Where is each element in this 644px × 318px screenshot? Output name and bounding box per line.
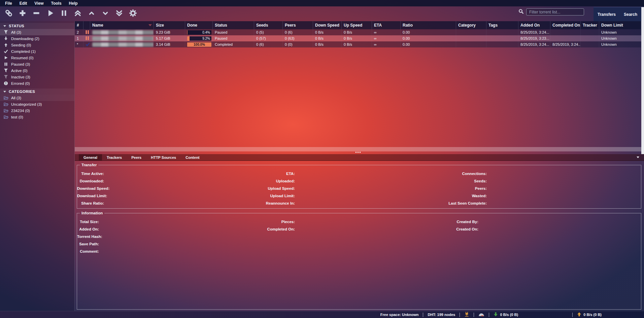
add-torrent-link-button[interactable]: [4, 9, 13, 19]
category-item-uncategorized[interactable]: Uncategorized (3): [0, 101, 74, 107]
tab-search[interactable]: Search: [624, 12, 637, 17]
tab-peers[interactable]: Peers: [127, 154, 146, 161]
tab-transfers[interactable]: Transfers: [598, 12, 616, 17]
col-header-seeds[interactable]: Seeds: [254, 21, 283, 29]
col-header-down-limit[interactable]: Down Limit: [599, 21, 641, 29]
col-header-size[interactable]: Size: [154, 21, 185, 29]
detail-label: Peers:: [295, 186, 487, 190]
col-header-name[interactable]: Name: [90, 21, 154, 29]
alt-speed-gauge-icon[interactable]: [478, 312, 484, 317]
cell-category: [456, 35, 486, 41]
cell-seeds: 0 (5): [254, 29, 283, 35]
detail-label: Seeds:: [295, 179, 487, 183]
add-torrent-button[interactable]: [18, 9, 27, 19]
horizontal-scrollbar[interactable]: [75, 147, 641, 151]
global-upload-speed[interactable]: 0 B/s (0 B): [577, 312, 602, 317]
sidebar-item-all[interactable]: All (3): [0, 29, 74, 35]
menu-help[interactable]: Help: [65, 1, 81, 6]
menu-view[interactable]: View: [31, 1, 47, 6]
menu-edit[interactable]: Edit: [16, 1, 31, 6]
col-header-down-speed[interactable]: Down Speed: [313, 21, 342, 29]
tab-trackers[interactable]: Trackers: [102, 154, 127, 161]
category-item-234234[interactable]: 234234 (0): [0, 107, 74, 114]
tab-http-sources[interactable]: HTTP Sources: [146, 154, 181, 161]
col-header-status[interactable]: Status: [213, 21, 254, 29]
menu-file[interactable]: File: [1, 1, 16, 6]
progress-bar: 0.4%: [187, 30, 211, 35]
cell-up-speed: 0 B/s: [342, 35, 372, 41]
sidebar-item-inactive[interactable]: Inactive (3): [0, 74, 74, 80]
double-chevron-down-icon: [115, 9, 124, 19]
categories-section-header[interactable]: CATEGORIES: [0, 89, 74, 95]
col-header-eta[interactable]: ETA: [372, 21, 401, 29]
detail-label: Pieces:: [99, 220, 295, 224]
global-download-speed[interactable]: 0 B/s (0 B): [494, 312, 518, 317]
filter-icon: [3, 68, 8, 73]
paused-state-icon: [86, 30, 89, 35]
torrent-row[interactable]: 1 5.17 GiB 9.2% Paused 0 (57) 0 (63) 0 B…: [75, 35, 641, 41]
col-header-up-speed[interactable]: Up Speed: [342, 21, 372, 29]
status-header-label: STATUS: [9, 24, 24, 28]
torrent-row[interactable]: 2 9.23 GiB 0.4% Paused 0 (5) 0 (6) 0 B/s…: [75, 29, 641, 35]
col-header-num[interactable]: #: [75, 21, 83, 29]
move-down-button[interactable]: [101, 9, 110, 19]
cell-completed-on: 8/25/2019, 3:24...: [550, 41, 581, 47]
move-up-button[interactable]: [87, 9, 96, 19]
detail-label: Completed On:: [99, 227, 295, 231]
download-arrow-icon: [494, 312, 498, 317]
col-header-peers[interactable]: Peers: [283, 21, 313, 29]
col-header-ratio[interactable]: Ratio: [401, 21, 456, 29]
filter-torrent-input[interactable]: [526, 8, 584, 15]
move-top-button[interactable]: [73, 9, 82, 19]
category-item-test[interactable]: test (0): [0, 114, 74, 120]
sidebar-item-downloading[interactable]: Downloading (2): [0, 35, 74, 42]
cell-tags: [486, 35, 518, 41]
sidebar-item-seeding[interactable]: Seeding (0): [0, 42, 74, 48]
status-section-header[interactable]: STATUS: [0, 23, 74, 29]
category-item-all[interactable]: All (3): [0, 95, 74, 101]
torrent-row[interactable]: * 3.14 GiB 100.0% Completed 0 (6) 0 (0) …: [75, 41, 641, 47]
vertical-scrollbar[interactable]: [641, 7, 644, 154]
cell-added-on: 8/25/2019, 3:24...: [518, 29, 550, 35]
delete-torrent-button[interactable]: [32, 9, 41, 19]
pause-icon: [60, 9, 68, 19]
col-header-done[interactable]: Done: [185, 21, 213, 29]
cell-done: 9.2%: [185, 35, 213, 41]
sidebar-item-paused[interactable]: Paused (3): [0, 61, 74, 67]
cell-ratio: 0.00: [401, 41, 456, 47]
detail-label: Share Ratio:: [77, 201, 104, 205]
sidebar-item-label: All (3): [11, 30, 21, 34]
col-header-completed-on[interactable]: Completed On: [550, 21, 581, 29]
sidebar-item-resumed[interactable]: Resumed (0): [0, 55, 74, 61]
col-header-state[interactable]: [83, 21, 90, 29]
link-icon: [4, 9, 13, 19]
cell-peers: 0 (63): [283, 35, 313, 41]
pause-button[interactable]: [59, 9, 69, 19]
col-header-tracker[interactable]: Tracker: [581, 21, 599, 29]
cell-name: [90, 41, 154, 47]
cell-status: Paused: [213, 35, 254, 41]
play-icon: [46, 9, 55, 19]
minus-icon: [32, 9, 41, 19]
tab-content[interactable]: Content: [181, 154, 204, 161]
resume-button[interactable]: [45, 9, 55, 19]
cell-up-speed: 0 B/s: [342, 41, 372, 47]
tab-overflow-caret-icon[interactable]: [637, 156, 639, 158]
cell-eta: ∞: [372, 35, 401, 41]
options-button[interactable]: [128, 9, 138, 19]
categories-header-label: CATEGORIES: [9, 90, 35, 94]
sidebar-item-active[interactable]: Active (0): [0, 67, 74, 74]
col-header-tags[interactable]: Tags: [486, 21, 518, 29]
detail-label: Save Path:: [77, 242, 99, 246]
tab-general[interactable]: General: [79, 154, 102, 161]
col-header-category[interactable]: Category: [456, 21, 486, 29]
menu-tools[interactable]: Tools: [47, 1, 65, 6]
col-header-added-on[interactable]: Added On: [518, 21, 550, 29]
move-bottom-button[interactable]: [114, 9, 124, 19]
detail-label: Uploaded:: [104, 179, 295, 183]
detail-label: Last Seen Complete:: [295, 201, 487, 205]
panel-splitter-handle[interactable]: [355, 152, 361, 153]
sidebar-item-completed[interactable]: Completed (1): [0, 48, 74, 55]
detail-label: Added On:: [77, 227, 99, 231]
sidebar-item-errored[interactable]: Errored (0): [0, 80, 74, 86]
